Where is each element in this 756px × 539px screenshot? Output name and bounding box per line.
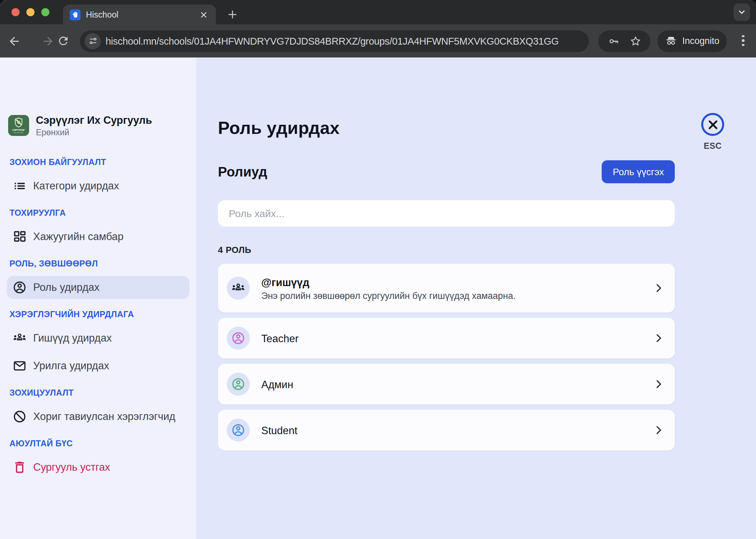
- sidebar-item-banned-users[interactable]: Хориг тавиулсан хэрэглэгчид: [7, 405, 190, 428]
- reload-button[interactable]: [57, 34, 70, 48]
- school-logo: СЭРҮҮЛЭГ ИХ СУРГУУЛЬ: [8, 115, 29, 136]
- school-subtitle: Ерөнхий: [36, 128, 152, 137]
- minimize-window-button[interactable]: [26, 8, 35, 16]
- role-card-admin[interactable]: Админ: [218, 364, 675, 404]
- sidebar-item-label: Категори удирдах: [33, 180, 119, 192]
- chevron-right-icon: [652, 377, 665, 391]
- block-icon: [12, 409, 27, 424]
- sidebar-item-manage-invitations[interactable]: Урилга удирдах: [7, 354, 190, 377]
- bookmark-star-button[interactable]: [629, 35, 641, 47]
- sidebar-item-categories[interactable]: Категори удирдах: [7, 174, 190, 197]
- dashboard-icon: [12, 229, 27, 244]
- back-arrow-icon: [7, 34, 21, 48]
- roles-section-title: Ролиуд: [218, 164, 267, 180]
- role-avatar: [227, 373, 250, 396]
- role-name: Teacher: [261, 332, 652, 345]
- chevron-right-icon: [652, 331, 665, 345]
- new-tab-button[interactable]: [223, 5, 241, 23]
- role-card-teacher[interactable]: Teacher: [218, 318, 675, 358]
- sidebar-item-label: Гишүүд удирдах: [33, 332, 112, 344]
- sidebar: СЭРҮҮЛЭГ ИХ СУРГУУЛЬ Сэрүүлэг Их Сургуул…: [0, 57, 196, 539]
- browser-toolbar: hischool.mn/schools/01JA4HFWNDRYVG7DJDS8…: [0, 24, 756, 57]
- sidebar-item-label: Сургууль устгах: [33, 461, 110, 473]
- trash-icon: [12, 460, 27, 475]
- hischool-favicon-icon: [70, 9, 81, 20]
- person-circle-icon: [231, 377, 246, 392]
- zoom-window-button[interactable]: [41, 8, 49, 16]
- sidebar-item-label: Урилга удирдах: [33, 360, 109, 372]
- sidebar-item-label: Хажуугийн самбар: [33, 231, 124, 243]
- school-header[interactable]: СЭРҮҮЛЭГ ИХ СУРГУУЛЬ Сэрүүлэг Их Сургуул…: [8, 114, 188, 137]
- envelope-icon: [12, 358, 27, 373]
- logo-subtext: ИХ СУРГУУЛЬ: [14, 132, 23, 134]
- omnibox-actions: [598, 30, 650, 52]
- tab-search-button[interactable]: [734, 3, 750, 21]
- sidebar-item-delete-school[interactable]: Сургууль устгах: [7, 456, 190, 479]
- forward-button[interactable]: [41, 34, 55, 48]
- incognito-badge: Incognito: [657, 30, 727, 52]
- forward-arrow-icon: [41, 34, 55, 48]
- back-button[interactable]: [7, 34, 21, 48]
- nav-section-organization: ЗОХИОН БАЙГУУЛАЛТ: [9, 158, 187, 168]
- nav-section-settings: ТОХИРУУЛГА: [9, 208, 187, 218]
- list-icon: [12, 179, 27, 193]
- hand-icon: [71, 10, 79, 19]
- role-list: @гишүүд Энэ ролийн зөвшөөрөл сургуулийн …: [218, 264, 675, 450]
- role-management-panel: ESC Роль удирдах Ролиуд Роль үүсгэх 4 РО…: [196, 57, 756, 539]
- url-text: hischool.mn/schools/01JA4HFWNDRYVG7DJDS8…: [106, 36, 559, 46]
- role-name: Админ: [261, 378, 652, 391]
- chevron-right-icon: [652, 281, 665, 295]
- create-role-button[interactable]: Роль үүсгэх: [602, 160, 675, 183]
- close-panel-button[interactable]: [701, 113, 724, 136]
- reload-icon: [57, 34, 70, 47]
- nav-section-roles-permissions: РОЛЬ, ЗӨВШӨӨРӨЛ: [9, 259, 187, 269]
- role-search-input[interactable]: [218, 200, 675, 227]
- sidebar-item-manage-roles[interactable]: Роль удирдах: [7, 276, 190, 299]
- person-circle-icon: [231, 423, 246, 438]
- sidebar-item-label: Хориг тавиулсан хэрэглэгчид: [33, 411, 175, 423]
- incognito-label: Incognito: [682, 36, 719, 46]
- sidebar-item-manage-members[interactable]: Гишүүд удирдах: [7, 327, 190, 350]
- nav-section-user-management: ХЭРЭГЛЭГЧИЙН УДИРДЛАГА: [9, 310, 187, 320]
- star-icon: [629, 35, 641, 47]
- chevron-right-icon: [652, 423, 665, 437]
- logo-text: СЭРҮҮЛЭГ: [12, 128, 25, 132]
- key-icon: [607, 35, 620, 47]
- url-address-bar[interactable]: hischool.mn/schools/01JA4HFWNDRYVG7DJDS8…: [80, 30, 589, 52]
- tune-icon: [88, 37, 97, 45]
- group-icon: [231, 281, 246, 296]
- group-icon: [12, 331, 27, 346]
- role-name: Student: [261, 424, 652, 437]
- window-controls: [12, 8, 49, 16]
- person-circle-icon: [12, 280, 27, 295]
- incognito-icon: [665, 34, 677, 47]
- page-title: Роль удирдах: [218, 118, 675, 138]
- role-count-label: 4 РОЛЬ: [218, 245, 675, 255]
- nav-section-moderation: ЗОХИЦУУЛАЛТ: [9, 388, 187, 398]
- role-avatar: [227, 327, 250, 350]
- role-description: Энэ ролийн зөвшөөрөл сургуулийн бүх гишү…: [261, 290, 652, 301]
- role-name: @гишүүд: [261, 276, 652, 288]
- role-avatar: [227, 277, 250, 300]
- escape-control: ESC: [696, 113, 729, 151]
- site-settings-button[interactable]: [85, 33, 101, 49]
- tab-close-icon[interactable]: [198, 9, 209, 20]
- tab-strip: Hischool: [0, 0, 756, 24]
- school-name: Сэрүүлэг Их Сургууль: [36, 114, 152, 126]
- sidebar-item-label: Роль удирдах: [33, 281, 99, 294]
- role-card-members[interactable]: @гишүүд Энэ ролийн зөвшөөрөл сургуулийн …: [218, 264, 675, 312]
- browser-window: Hischool his: [0, 0, 756, 539]
- person-circle-icon: [231, 331, 246, 346]
- role-avatar: [227, 419, 250, 442]
- sidebar-item-sidebar-board[interactable]: Хажуугийн самбар: [7, 225, 190, 248]
- esc-label: ESC: [704, 141, 721, 151]
- close-window-button[interactable]: [12, 8, 20, 16]
- role-card-student[interactable]: Student: [218, 410, 675, 450]
- close-icon: [708, 119, 718, 130]
- password-manager-button[interactable]: [607, 35, 620, 47]
- browser-tab[interactable]: Hischool: [63, 5, 216, 24]
- browser-menu-button[interactable]: [737, 34, 749, 47]
- tab-title: Hischool: [86, 10, 198, 19]
- chevron-down-icon: [738, 8, 746, 16]
- nav-section-danger-zone: АЮУЛТАЙ БҮС: [9, 439, 187, 449]
